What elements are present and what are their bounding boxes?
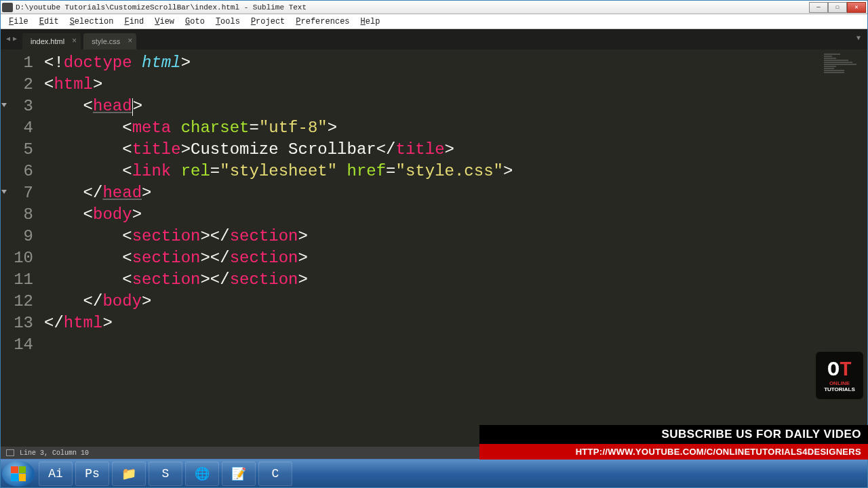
window-titlebar: D:\youtube Tutorials\CustomizeScrollBar\…: [1, 1, 867, 14]
menu-preferences[interactable]: Preferences: [290, 16, 355, 28]
cursor-position: Line 3, Column 10: [20, 449, 89, 457]
tab-style-css[interactable]: style.css×: [83, 33, 136, 49]
taskbar-app[interactable]: 📁: [112, 462, 146, 486]
fold-marker-icon[interactable]: [1, 190, 7, 194]
fold-marker-icon[interactable]: [1, 103, 7, 107]
code-line-9[interactable]: <section></section>: [44, 226, 867, 247]
windows-logo-icon: [11, 466, 26, 481]
line-number: 8: [1, 204, 33, 226]
menu-project[interactable]: Project: [245, 16, 290, 28]
taskbar-app[interactable]: Ps: [75, 462, 109, 486]
code-line-7[interactable]: </head>: [44, 182, 867, 204]
code-line-10[interactable]: <section></section>: [44, 247, 867, 269]
minimize-button[interactable]: ─: [809, 2, 828, 13]
code-line-2[interactable]: <html>: [44, 74, 867, 96]
editor-area[interactable]: 1234567891011121314 <!doctype html><html…: [1, 49, 867, 447]
code-line-6[interactable]: <link rel="stylesheet" href="style.css">: [44, 161, 867, 182]
tab-index-html[interactable]: index.html×: [22, 33, 81, 49]
line-number: 14: [1, 334, 33, 356]
line-number: 6: [1, 161, 33, 182]
menu-selection[interactable]: Selection: [64, 16, 119, 28]
channel-logo: OT ONLINE TUTORIALS: [816, 352, 863, 399]
line-number: 1: [1, 52, 33, 74]
menu-edit[interactable]: Edit: [34, 16, 64, 28]
menu-help[interactable]: Help: [355, 16, 386, 28]
code-line-3[interactable]: <head>: [44, 96, 867, 117]
menu-view[interactable]: View: [149, 16, 180, 28]
nav-back-icon[interactable]: ◀: [5, 34, 12, 43]
start-button[interactable]: [2, 461, 35, 487]
nav-forward-icon[interactable]: ▶: [12, 34, 18, 43]
menu-file[interactable]: File: [3, 16, 34, 28]
line-number: 11: [1, 269, 33, 291]
menu-goto[interactable]: Goto: [180, 16, 210, 28]
code-line-5[interactable]: <title>Customize Scrollbar</title>: [44, 139, 867, 161]
code-line-8[interactable]: <body>: [44, 204, 867, 226]
tab-close-icon[interactable]: ×: [127, 37, 132, 46]
line-number: 9: [1, 226, 33, 247]
app-icon: [2, 3, 13, 12]
code-line-4[interactable]: <meta charset="utf-8">: [44, 117, 867, 139]
code-line-13[interactable]: </html>: [44, 312, 867, 334]
line-number: 10: [1, 247, 33, 269]
code-line-12[interactable]: </body>: [44, 291, 867, 312]
taskbar-app[interactable]: S: [149, 462, 182, 486]
menu-tools[interactable]: Tools: [210, 16, 245, 28]
line-number: 12: [1, 291, 33, 312]
taskbar-app[interactable]: 📝: [222, 462, 256, 486]
status-panel-icon[interactable]: [6, 449, 14, 456]
window-title: D:\youtube Tutorials\CustomizeScrollBar\…: [16, 3, 809, 12]
line-number: 13: [1, 312, 33, 334]
text-cursor: [132, 98, 133, 116]
maximize-button[interactable]: ☐: [828, 2, 847, 13]
minimap[interactable]: [824, 54, 865, 74]
menu-bar: FileEditSelectionFindViewGotoToolsProjec…: [1, 14, 867, 29]
line-gutter: 1234567891011121314: [1, 49, 40, 447]
line-number: 5: [1, 139, 33, 161]
tab-dropdown-icon[interactable]: ▼: [856, 35, 861, 42]
line-number: 2: [1, 74, 33, 96]
close-button[interactable]: ✕: [847, 2, 866, 13]
code-content[interactable]: <!doctype html><html> <head> <meta chars…: [40, 49, 867, 447]
menu-find[interactable]: Find: [119, 16, 149, 28]
windows-taskbar[interactable]: AiPs📁S🌐📝C: [1, 459, 867, 487]
code-line-1[interactable]: <!doctype html>: [44, 52, 867, 74]
line-number: 4: [1, 117, 33, 139]
code-line-14[interactable]: [44, 334, 867, 356]
code-line-11[interactable]: <section></section>: [44, 269, 867, 291]
subscribe-banner: SUBSCRIBE US FOR DAILY VIDEO HTTP://WWW.…: [479, 425, 868, 460]
tab-close-icon[interactable]: ×: [72, 37, 77, 46]
taskbar-app[interactable]: C: [258, 462, 292, 486]
taskbar-app[interactable]: 🌐: [185, 462, 219, 486]
taskbar-app[interactable]: Ai: [39, 462, 73, 486]
tab-bar: ◀ ▶ index.html×style.css×▼: [1, 29, 867, 49]
